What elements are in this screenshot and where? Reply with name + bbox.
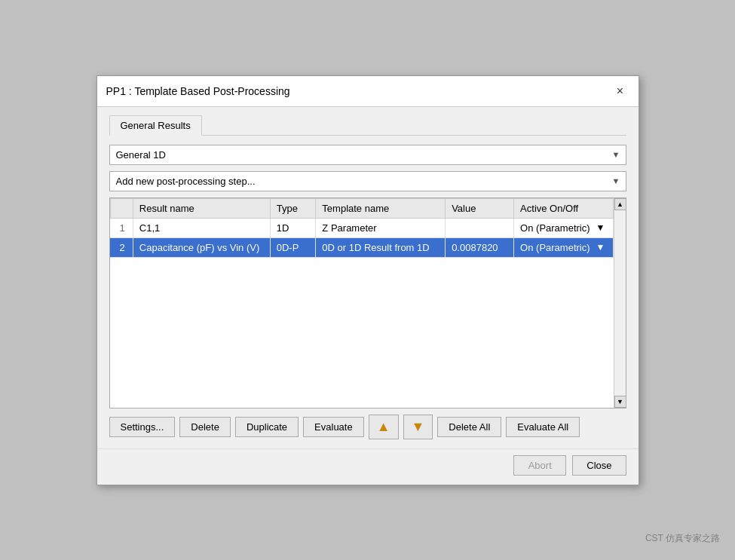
row-1-template-name: Z Parameter	[316, 218, 446, 237]
col-header-result: Result name	[133, 198, 270, 218]
row-1-type: 1D	[270, 218, 316, 237]
abort-button[interactable]: Abort	[513, 455, 566, 476]
scroll-track	[614, 210, 626, 396]
watermark: CST 仿真专家之路	[645, 532, 720, 545]
table-container: Result name Type Template name Value Act…	[109, 197, 626, 409]
close-dialog-button[interactable]: Close	[572, 455, 626, 476]
settings-button[interactable]: Settings...	[109, 417, 176, 437]
evaluate-button[interactable]: Evaluate	[303, 417, 364, 437]
table-scroll[interactable]: Result name Type Template name Value Act…	[110, 198, 614, 408]
category-dropdown-row: General 1D ▼	[109, 145, 626, 165]
col-header-num	[110, 198, 133, 218]
row-2-num: 2	[110, 237, 133, 257]
category-select[interactable]: General 1D	[109, 145, 626, 165]
action-button-row: Settings... Delete Duplicate Evaluate ▲ …	[109, 415, 626, 439]
dialog-window: PP1 : Template Based Post-Processing × G…	[96, 75, 639, 485]
dialog-title: PP1 : Template Based Post-Processing	[106, 85, 290, 97]
duplicate-button[interactable]: Duplicate	[235, 417, 299, 437]
row-2-active: On (Parametric) ▼	[514, 237, 613, 257]
title-bar: PP1 : Template Based Post-Processing ×	[97, 76, 639, 107]
results-table: Result name Type Template name Value Act…	[110, 198, 614, 258]
tab-general-results[interactable]: General Results	[109, 115, 202, 136]
move-up-button[interactable]: ▲	[369, 415, 399, 439]
table-header-row: Result name Type Template name Value Act…	[110, 198, 613, 218]
table-body: 1 C1,1 1D Z Parameter On (Parametric) ▼	[110, 218, 613, 257]
table-row[interactable]: 2 Capacitance (pF) vs Vin (V) 0D-P 0D or…	[110, 237, 613, 257]
evaluate-all-button[interactable]: Evaluate All	[506, 417, 580, 437]
col-header-type: Type	[270, 198, 316, 218]
add-step-dropdown-row: Add new post-processing step... ▼	[109, 171, 626, 191]
row-2-result-name: Capacitance (pF) vs Vin (V)	[133, 237, 270, 257]
add-step-select[interactable]: Add new post-processing step...	[109, 171, 626, 191]
row-2-value: 0.0087820	[446, 237, 514, 257]
row-1-num: 1	[110, 218, 133, 237]
bottom-button-row: Abort Close	[97, 448, 639, 485]
row-1-value	[446, 218, 514, 237]
row-2-type: 0D-P	[270, 237, 316, 257]
delete-all-button[interactable]: Delete All	[437, 417, 501, 437]
col-header-active: Active On/Off	[514, 198, 613, 218]
close-button[interactable]: ×	[611, 82, 629, 100]
row-2-active-dropdown[interactable]: ▼	[595, 242, 607, 252]
col-header-value: Value	[446, 198, 514, 218]
row-2-template-name: 0D or 1D Result from 1D	[316, 237, 446, 257]
tab-bar: General Results	[109, 115, 626, 136]
table-row[interactable]: 1 C1,1 1D Z Parameter On (Parametric) ▼	[110, 218, 613, 237]
move-down-button[interactable]: ▼	[403, 415, 433, 439]
row-1-active-dropdown[interactable]: ▼	[595, 222, 607, 233]
dialog-body: General Results General 1D ▼ Add new pos…	[97, 107, 639, 448]
table-scrollbar[interactable]: ▲ ▼	[614, 198, 626, 408]
row-1-active: On (Parametric) ▼	[514, 218, 613, 237]
table-wrapper: Result name Type Template name Value Act…	[110, 198, 626, 408]
scroll-up-btn[interactable]: ▲	[614, 198, 626, 210]
row-1-result-name: C1,1	[133, 218, 270, 237]
delete-button[interactable]: Delete	[179, 417, 231, 437]
col-header-template: Template name	[316, 198, 446, 218]
scroll-down-btn[interactable]: ▼	[614, 396, 626, 408]
